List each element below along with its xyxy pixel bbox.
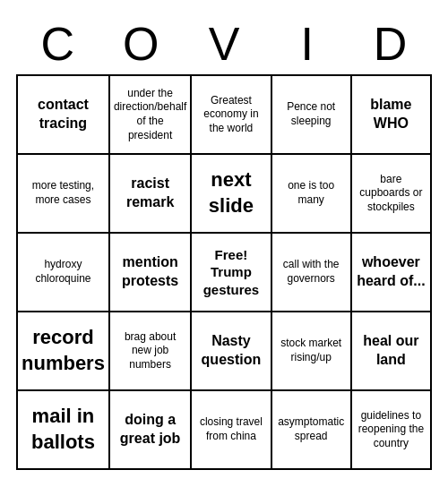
bingo-cell: contact tracing xyxy=(18,76,110,155)
bingo-cell: mention protests xyxy=(110,234,192,312)
bingo-cell: bare cupboards or stockpiles xyxy=(352,155,432,234)
bingo-cell: under the direction/behalf of the presid… xyxy=(110,76,192,155)
bingo-cell: heal our land xyxy=(352,312,432,391)
bingo-cell: one is too many xyxy=(272,155,352,234)
bingo-cell: next slide xyxy=(192,155,271,234)
bingo-cell: call with the governors xyxy=(272,234,352,312)
bingo-cell: Pence not sleeping xyxy=(272,76,352,155)
bingo-card: COVID contact tracingunder the direction… xyxy=(9,10,439,477)
bingo-cell: stock market rising/up xyxy=(272,312,352,391)
bingo-cell: blame WHO xyxy=(352,76,432,155)
bingo-cell: asymptomatic spread xyxy=(272,391,352,470)
bingo-cell: racist remark xyxy=(110,155,192,234)
bingo-cell: brag about new job numbers xyxy=(110,312,192,391)
title-letter: I xyxy=(268,17,347,71)
bingo-cell: mail in ballots xyxy=(18,391,110,470)
bingo-cell: hydroxy chloroquine xyxy=(18,234,110,312)
bingo-grid: contact tracingunder the direction/behal… xyxy=(16,74,432,470)
bingo-cell: closing travel from china xyxy=(192,391,271,470)
bingo-cell: more testing, more cases xyxy=(18,155,110,234)
bingo-cell: Greatest economy in the world xyxy=(192,76,271,155)
title-letter: V xyxy=(185,17,263,71)
title-letter: D xyxy=(351,17,430,71)
bingo-cell: whoever heard of... xyxy=(352,234,432,312)
bingo-title: COVID xyxy=(16,17,432,71)
bingo-cell: Free! Trump gestures xyxy=(192,234,271,312)
bingo-cell: doing a great job xyxy=(110,391,192,470)
bingo-cell: record numbers xyxy=(18,312,110,391)
title-letter: O xyxy=(101,17,180,71)
bingo-cell: guidelines to reopening the country xyxy=(352,391,432,470)
title-letter: C xyxy=(18,17,97,71)
bingo-cell: Nasty question xyxy=(192,312,271,391)
